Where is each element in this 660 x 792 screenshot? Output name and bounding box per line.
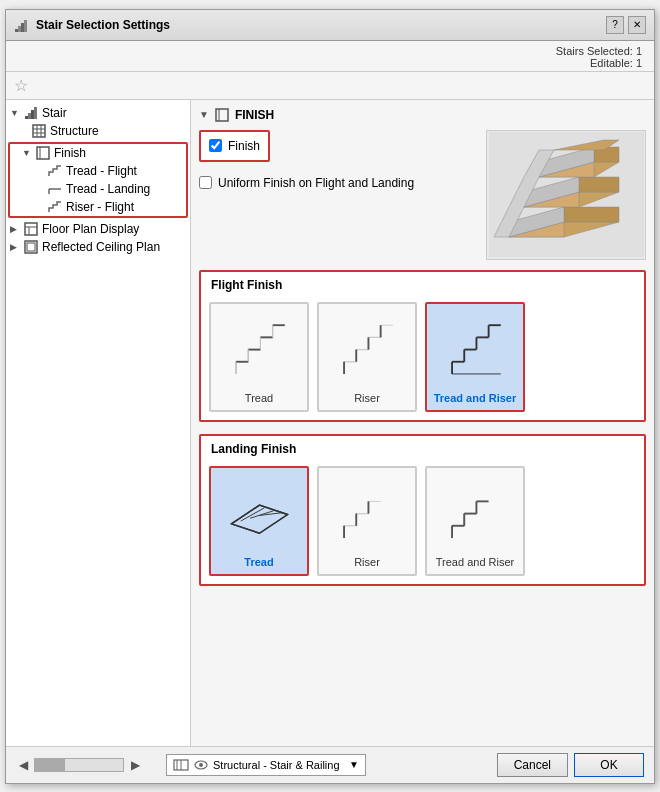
- landing-riser-option[interactable]: Riser: [317, 466, 417, 576]
- uniform-finish-checkbox[interactable]: [199, 176, 212, 189]
- bottom-right: Cancel OK: [497, 753, 644, 777]
- scroll-right-icon[interactable]: ▶: [128, 758, 142, 772]
- uniform-finish-checkbox-label[interactable]: Uniform Finish on Flight and Landing: [199, 172, 478, 194]
- tread-flight-icon: [48, 164, 62, 178]
- svg-rect-48: [330, 313, 405, 388]
- sidebar-item-stair[interactable]: ▼ Stair: [6, 104, 190, 122]
- bottom-left: ◀ ▶ Structural - Stair & Railing ▼: [16, 754, 489, 776]
- svg-rect-76: [330, 477, 405, 552]
- favorite-star-icon[interactable]: ☆: [14, 77, 28, 94]
- floor-plan-node-icon: [24, 222, 38, 236]
- finish-section-header: ▼ FINISH: [199, 108, 646, 122]
- stair-title-icon: [14, 17, 30, 33]
- flight-tread-icon: [222, 313, 297, 388]
- svg-rect-21: [27, 243, 35, 251]
- flight-tread-option[interactable]: Tread: [209, 302, 309, 412]
- horizontal-scrollbar[interactable]: [34, 758, 124, 772]
- flight-riser-icon: [330, 313, 405, 388]
- finish-checkbox[interactable]: [209, 139, 222, 152]
- riser-flight-label: Riser - Flight: [66, 200, 134, 214]
- landing-tread-riser-label: Tread and Riser: [436, 556, 514, 568]
- landing-riser-icon: [330, 477, 405, 552]
- structure-label: Structure: [50, 124, 99, 138]
- title-bar: Stair Selection Settings ? ✕: [6, 10, 654, 41]
- svg-rect-4: [25, 116, 28, 119]
- ok-button[interactable]: OK: [574, 753, 644, 777]
- svg-marker-30: [579, 177, 619, 192]
- landing-riser-label: Riser: [354, 556, 380, 568]
- stair-3d-preview-svg: [489, 132, 644, 257]
- sidebar-item-riser-flight[interactable]: Riser - Flight: [10, 198, 186, 216]
- title-bar-controls: ? ✕: [606, 16, 646, 34]
- main-content: ▼ Stair Structure: [6, 100, 654, 746]
- svg-rect-6: [31, 110, 34, 119]
- landing-finish-section: Landing Finish: [199, 434, 646, 586]
- floor-plan-label: Floor Plan Display: [42, 222, 139, 236]
- flight-finish-section: Flight Finish: [199, 270, 646, 422]
- finish-checkbox-label[interactable]: Finish: [209, 135, 260, 157]
- stair-arrow-icon: ▼: [10, 108, 20, 118]
- structure-node-icon: [32, 124, 46, 138]
- cancel-button[interactable]: Cancel: [497, 753, 568, 777]
- finish-checkbox-text: Finish: [228, 139, 260, 153]
- flight-finish-title: Flight Finish: [211, 278, 282, 292]
- finish-label: Finish: [54, 146, 86, 160]
- finish-node-icon: [36, 146, 50, 160]
- sidebar: ▼ Stair Structure: [6, 100, 191, 746]
- workset-dropdown[interactable]: Structural - Stair & Railing ▼: [166, 754, 366, 776]
- finish-header-icon: [215, 108, 229, 122]
- reflected-ceiling-label: Reflected Ceiling Plan: [42, 240, 160, 254]
- stair-label: Stair: [42, 106, 67, 120]
- scroll-left-icon[interactable]: ◀: [16, 758, 30, 772]
- svg-rect-22: [216, 109, 228, 121]
- title-bar-left: Stair Selection Settings: [14, 17, 170, 33]
- tread-landing-icon: [48, 182, 62, 196]
- dialog-window: Stair Selection Settings ? ✕ Stairs Sele…: [5, 9, 655, 784]
- floor-plan-arrow-icon: ▶: [10, 224, 20, 234]
- flight-tread-riser-option[interactable]: Tread and Riser: [425, 302, 525, 412]
- finish-header-arrow-icon: ▼: [199, 109, 209, 120]
- stair-3d-preview-box: [486, 130, 646, 260]
- finish-options: Finish Uniform Finish on Flight and Land…: [199, 130, 478, 260]
- landing-finish-wrapper: Landing Finish: [199, 434, 646, 586]
- bottom-bar: ◀ ▶ Structural - Stair & Railing ▼: [6, 746, 654, 783]
- svg-rect-1: [18, 26, 21, 32]
- flight-finish-header-area: Flight Finish: [201, 272, 644, 294]
- flight-riser-option[interactable]: Riser: [317, 302, 417, 412]
- sidebar-item-finish[interactable]: ▼ Finish: [10, 144, 186, 162]
- sidebar-item-tread-landing[interactable]: Tread - Landing: [10, 180, 186, 198]
- tread-flight-label: Tread - Flight: [66, 164, 137, 178]
- uniform-finish-text: Uniform Finish on Flight and Landing: [218, 176, 414, 190]
- landing-tread-option[interactable]: Tread: [209, 466, 309, 576]
- riser-flight-icon: [48, 200, 62, 214]
- close-button[interactable]: ✕: [628, 16, 646, 34]
- landing-tread-label: Tread: [244, 556, 273, 568]
- landing-tread-icon: [222, 477, 297, 552]
- svg-rect-8: [33, 125, 45, 137]
- editable-text: Editable: 1: [18, 57, 642, 69]
- landing-finish-title: Landing Finish: [211, 442, 296, 456]
- sidebar-item-floor-plan[interactable]: ▶ Floor Plan Display: [6, 220, 190, 238]
- sidebar-item-structure[interactable]: Structure: [6, 122, 190, 140]
- sidebar-item-reflected-ceiling[interactable]: ▶ Reflected Ceiling Plan: [6, 238, 190, 256]
- flight-tread-riser-icon: [438, 313, 513, 388]
- flight-finish-wrapper: Flight Finish: [199, 270, 646, 422]
- workset-icon: [173, 757, 189, 773]
- reflected-ceiling-arrow-icon: ▶: [10, 242, 20, 252]
- landing-tread-riser-option[interactable]: Tread and Riser: [425, 466, 525, 576]
- eye-icon: [193, 757, 209, 773]
- svg-rect-7: [34, 107, 37, 119]
- scrollbar-thumb: [35, 759, 65, 771]
- reflected-ceiling-icon: [24, 240, 38, 254]
- svg-rect-17: [25, 223, 37, 235]
- svg-marker-26: [564, 207, 619, 222]
- help-button[interactable]: ?: [606, 16, 624, 34]
- stairs-selected-text: Stairs Selected: 1: [18, 45, 642, 57]
- dialog-title: Stair Selection Settings: [36, 18, 170, 32]
- top-info: Stairs Selected: 1 Editable: 1: [6, 41, 654, 72]
- svg-point-94: [199, 763, 203, 767]
- sidebar-item-tread-flight[interactable]: Tread - Flight: [10, 162, 186, 180]
- landing-finish-options-grid: Tread: [201, 458, 644, 584]
- svg-rect-0: [15, 29, 18, 32]
- workset-dropdown-arrow-icon: ▼: [349, 759, 359, 770]
